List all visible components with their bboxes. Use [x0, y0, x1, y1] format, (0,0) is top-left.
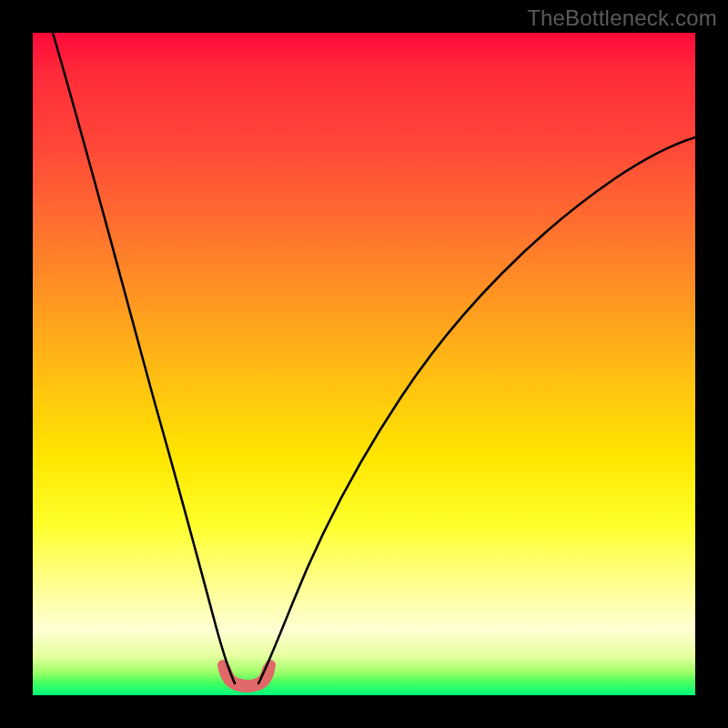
curve-right-branch: [258, 137, 695, 683]
plot-area: [33, 33, 695, 695]
watermark-text: TheBottleneck.com: [527, 5, 717, 31]
highlight-dot: [249, 682, 258, 691]
curve-overlay: [33, 33, 695, 695]
chart-frame: TheBottleneck.com: [0, 0, 728, 728]
highlight-dot: [236, 682, 245, 691]
curve-left-branch: [53, 33, 235, 683]
